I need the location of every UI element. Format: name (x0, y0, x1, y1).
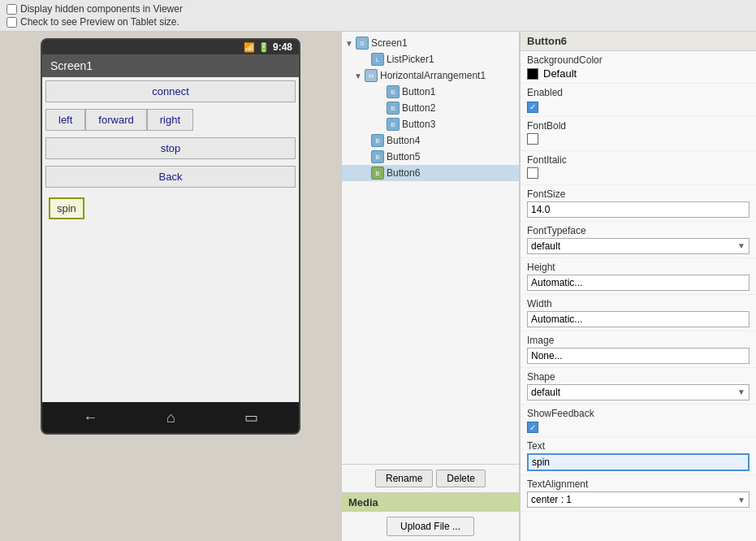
phone-nav-bar: ← ⌂ ▭ (42, 402, 299, 433)
prop-backgroundcolor-value[interactable]: Default (527, 67, 750, 80)
right-button[interactable]: right (147, 109, 193, 131)
fonttypeface-value: default (531, 240, 560, 252)
media-panel: Media Upload File ... (342, 492, 519, 541)
fontbold-checkbox[interactable] (527, 133, 538, 145)
height-input[interactable] (527, 275, 750, 291)
width-input[interactable] (527, 311, 750, 327)
fontsize-input[interactable] (527, 201, 750, 218)
prop-fontsize: FontSize (521, 185, 756, 222)
phone-status-bar: 📶 🔋 9:48 (42, 40, 299, 54)
fonttypeface-arrow: ▼ (737, 241, 745, 250)
tablet-preview-text: Check to see Preview on Tablet size. (20, 16, 179, 28)
button4-label: Button4 (387, 135, 420, 146)
image-input[interactable] (527, 348, 750, 364)
prop-image: Image (521, 331, 756, 368)
phone-title-bar: Screen1 (42, 54, 299, 77)
backgroundcolor-text: Default (543, 67, 577, 80)
tree-item-button4[interactable]: B Button4 (342, 132, 519, 149)
nav-recent-icon[interactable]: ▭ (244, 409, 258, 426)
button2-icon: B (387, 102, 400, 115)
button6-label: Button6 (387, 167, 420, 179)
expand-arrangement[interactable]: ▼ (354, 71, 362, 80)
tree-item-button2[interactable]: B Button2 (342, 100, 519, 116)
prop-fontitalic-label: FontItalic (527, 154, 750, 166)
button5-icon: B (371, 150, 384, 163)
button4-icon: B (371, 134, 384, 147)
arrangement-icon: H (365, 69, 378, 82)
connect-button[interactable]: connect (45, 80, 296, 102)
components-panel: ▼ S Screen1 L ListPicker1 ▼ H Horizontal… (341, 32, 520, 541)
textalignment-value: center : 1 (531, 494, 572, 505)
prop-text-label: Text (527, 440, 750, 452)
text-input[interactable] (527, 453, 750, 471)
prop-fonttypeface-label: FontTypeface (527, 225, 750, 236)
shape-value: default (531, 387, 560, 398)
spin-button[interactable]: spin (49, 197, 84, 219)
prop-width: Width (521, 295, 756, 331)
prop-height-label: Height (527, 262, 750, 273)
phone-empty-area (42, 226, 299, 402)
display-hidden-text: Display hidden components in Viewer (20, 3, 183, 15)
prop-textalignment: TextAlignment center : 1 ▼ (521, 475, 756, 512)
top-bar: Display hidden components in Viewer Chec… (0, 0, 756, 32)
showfeedback-checkbox[interactable] (527, 422, 538, 433)
main-content: 📶 🔋 9:48 Screen1 connect left forward ri… (0, 32, 756, 541)
prop-showfeedback: ShowFeedback (521, 405, 756, 438)
expand-screen1[interactable]: ▼ (345, 39, 353, 48)
upload-file-button[interactable]: Upload File ... (387, 517, 474, 536)
prop-showfeedback-label: ShowFeedback (527, 408, 750, 419)
viewer-panel: 📶 🔋 9:48 Screen1 connect left forward ri… (0, 32, 341, 541)
prop-fontsize-label: FontSize (527, 188, 750, 200)
tree-item-arrangement1[interactable]: ▼ H HorizontalArrangement1 (342, 67, 519, 84)
tree-item-screen1[interactable]: ▼ S Screen1 (342, 35, 519, 51)
prop-enabled-label: Enabled (527, 87, 750, 98)
display-hidden-label[interactable]: Display hidden components in Viewer (6, 3, 750, 15)
properties-title: Button6 (521, 32, 756, 51)
tree-item-button3[interactable]: B Button3 (342, 116, 519, 132)
components-tree: ▼ S Screen1 L ListPicker1 ▼ H Horizontal… (342, 32, 519, 464)
delete-button[interactable]: Delete (436, 470, 486, 487)
tree-item-button6[interactable]: B Button6 (342, 165, 519, 181)
textalignment-arrow: ▼ (737, 496, 745, 504)
prop-fonttypeface: FontTypeface default ▼ (521, 222, 756, 258)
components-bottom: Rename Delete (342, 464, 519, 492)
nav-back-icon[interactable]: ← (83, 409, 97, 426)
tree-item-listpicker1[interactable]: L ListPicker1 (342, 51, 519, 67)
enabled-checkbox[interactable] (527, 102, 538, 113)
tree-item-button5[interactable]: B Button5 (342, 149, 519, 165)
prop-shape: Shape default ▼ (521, 368, 756, 405)
forward-button[interactable]: forward (85, 109, 146, 131)
button1-icon: B (387, 85, 400, 98)
prop-text: Text (521, 437, 756, 475)
stop-button[interactable]: stop (45, 137, 296, 159)
prop-shape-label: Shape (527, 371, 750, 383)
textalignment-select[interactable]: center : 1 ▼ (527, 491, 750, 508)
prop-backgroundcolor-label: BackgroundColor (527, 54, 750, 66)
button1-label: Button1 (402, 86, 435, 97)
display-hidden-checkbox[interactable] (6, 4, 17, 15)
shape-select[interactable]: default ▼ (527, 384, 750, 400)
prop-image-label: Image (527, 335, 750, 346)
phone-screen-title: Screen1 (50, 59, 93, 72)
tablet-preview-label[interactable]: Check to see Preview on Tablet size. (6, 16, 750, 28)
properties-panel: Button6 BackgroundColor Default Enabled … (520, 32, 756, 541)
prop-backgroundcolor: BackgroundColor Default (521, 51, 756, 84)
prop-fontbold: FontBold (521, 117, 756, 151)
wifi-icon: 📶 (244, 42, 255, 53)
fontitalic-checkbox[interactable] (527, 167, 538, 179)
tablet-preview-checkbox[interactable] (6, 17, 17, 28)
fonttypeface-select[interactable]: default ▼ (527, 238, 750, 254)
listpicker1-label: ListPicker1 (387, 54, 434, 65)
button2-label: Button2 (402, 102, 435, 114)
rename-button[interactable]: Rename (375, 470, 433, 487)
listpicker-icon: L (371, 53, 384, 66)
shape-arrow: ▼ (737, 387, 745, 396)
button5-label: Button5 (387, 151, 420, 162)
button6-icon: B (371, 167, 384, 180)
color-swatch-black (527, 68, 538, 80)
back-button[interactable]: Back (45, 166, 296, 188)
tree-item-button1[interactable]: B Button1 (342, 84, 519, 100)
media-header: Media (342, 493, 519, 512)
nav-home-icon[interactable]: ⌂ (166, 409, 175, 426)
left-button[interactable]: left (45, 109, 85, 131)
